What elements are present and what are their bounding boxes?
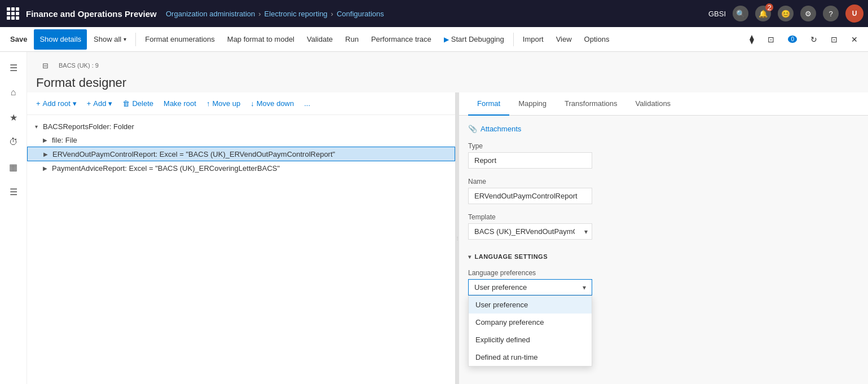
tree-panel: + Add root ▾ + Add ▾ 🗑 Delete Make root [27, 92, 456, 384]
tree-item[interactable]: ▾ BACSReportsFolder: Folder [27, 120, 455, 133]
show-details-button[interactable]: Show details [34, 29, 87, 50]
move-down-button[interactable]: ↓ Move down [246, 97, 298, 110]
language-pref-dropdown-container: User preference ▾ User preference Compan… [468, 279, 859, 295]
sidebar-item-recent[interactable]: ⏱ [2, 131, 25, 153]
language-settings-section[interactable]: ▾ LANGUAGE SETTINGS [468, 249, 859, 264]
sidebar-item-modules[interactable]: ☰ [2, 180, 25, 203]
sidebar-item-workspaces[interactable]: ▦ [2, 156, 25, 178]
make-root-button[interactable]: Make root [159, 97, 201, 110]
toolbar-right-icons: ⧫ ⊡ 0 ↻ ⊡ ✕ [744, 29, 863, 50]
waffle-menu-button[interactable] [5, 5, 21, 22]
template-select[interactable]: BACS (UK)_ERVendOutPaymC... [468, 223, 592, 240]
avatar[interactable]: U [845, 5, 863, 23]
show-all-button[interactable]: Show all ▾ [88, 29, 132, 50]
panel-content: 📎 Attachments Type Report Name Template [459, 116, 868, 314]
tab-mapping[interactable]: Mapping [509, 92, 556, 116]
page-title: Format designer [36, 76, 859, 90]
tree-expand-icon[interactable]: ▶ [41, 149, 50, 158]
more-button[interactable]: ... [299, 97, 315, 110]
top-navigation-bar: Finance and Operations Preview Organizat… [0, 0, 868, 27]
tree-expand-icon[interactable]: ▶ [41, 164, 50, 173]
user-code: GBSI [708, 10, 726, 18]
dropdown-arrow-icon: ▾ [583, 284, 586, 292]
start-debugging-button[interactable]: ▶ Start Debugging [438, 29, 510, 50]
import-button[interactable]: Import [517, 29, 549, 50]
settings-icon[interactable]: ⚙ [800, 6, 816, 21]
dropdown-option-explicitly-defined[interactable]: Explicitly defined [469, 331, 592, 348]
filter-icon[interactable]: ⊟ [36, 56, 54, 74]
validate-button[interactable]: Validate [301, 29, 338, 50]
language-pref-dropdown-trigger[interactable]: User preference ▾ [468, 279, 592, 295]
breadcrumb: Organization administration › Electronic… [166, 10, 384, 18]
tree-expand-icon[interactable]: ▾ [32, 122, 41, 131]
help-icon[interactable]: ? [823, 6, 839, 21]
attachments-button[interactable]: 📎 Attachments [468, 125, 521, 133]
tab-validations[interactable]: Validations [626, 92, 680, 116]
sidebar-item-home[interactable]: ⌂ [2, 81, 25, 104]
language-pref-group: Language preferences User preference ▾ U… [468, 269, 859, 295]
restore-icon[interactable]: ⊡ [825, 29, 843, 50]
name-field-group: Name [468, 178, 859, 204]
run-button[interactable]: Run [340, 29, 364, 50]
page-breadcrumb: BACS (UK) : 9 [59, 62, 99, 69]
breadcrumb-er[interactable]: Electronic reporting [265, 10, 328, 18]
breadcrumb-org[interactable]: Organization administration [166, 10, 255, 18]
section-collapse-icon: ▾ [468, 254, 472, 260]
close-icon[interactable]: ✕ [845, 29, 863, 50]
delete-button[interactable]: 🗑 Delete [118, 97, 158, 110]
notifications-icon[interactable]: 🔔 2 [755, 6, 771, 21]
sidebar-item-favorites[interactable]: ★ [2, 106, 25, 129]
notification-count-icon[interactable]: 0 [782, 29, 803, 50]
dropdown-option-company-preference[interactable]: Company preference [469, 314, 592, 331]
performance-trace-button[interactable]: Performance trace [365, 29, 437, 50]
tree-container: ▾ BACSReportsFolder: Folder ▶ file: File… [27, 115, 455, 384]
sidebar-item-menu[interactable]: ☰ [2, 56, 25, 79]
panel-tabs: Format Mapping Transformations Validatio… [459, 92, 868, 116]
open-new-window-icon[interactable]: ⊡ [762, 29, 780, 50]
right-panel: Format Mapping Transformations Validatio… [459, 92, 868, 384]
designer-layout: + Add root ▾ + Add ▾ 🗑 Delete Make root [27, 92, 868, 384]
toolbar-separator-1 [135, 33, 136, 46]
waffle-icon [7, 7, 19, 20]
action-toolbar: + Add root ▾ + Add ▾ 🗑 Delete Make root [27, 92, 455, 115]
add-root-button[interactable]: + Add root ▾ [32, 97, 81, 110]
name-input[interactable] [468, 188, 592, 204]
template-label: Template [468, 213, 859, 221]
type-label: Type [468, 142, 859, 150]
tree-expand-icon[interactable]: ▶ [41, 135, 50, 144]
tree-item[interactable]: ▶ file: File [27, 133, 455, 147]
left-sidebar: ☰ ⌂ ★ ⏱ ▦ ☰ [0, 52, 27, 384]
breadcrumb-config[interactable]: Configurations [337, 10, 384, 18]
search-icon[interactable]: 🔍 [733, 6, 748, 21]
personalize-icon[interactable]: ⧫ [744, 29, 760, 50]
refresh-icon[interactable]: ↻ [805, 29, 823, 50]
view-button[interactable]: View [550, 29, 578, 50]
content-area: ⊟ BACS (UK) : 9 Format designer + Add ro… [27, 52, 868, 384]
tab-transformations[interactable]: Transformations [556, 92, 626, 116]
language-pref-dropdown-menu: User preference Company preference Expli… [468, 295, 592, 367]
dropdown-option-defined-at-runtime[interactable]: Defined at run-time [469, 348, 592, 366]
map-format-button[interactable]: Map format to model [222, 29, 300, 50]
tree-item[interactable]: ▶ PaymentAdviceReport: Excel = "BACS (UK… [27, 161, 455, 175]
template-field-group: Template BACS (UK)_ERVendOutPaymC... ▾ [468, 213, 859, 240]
tab-format[interactable]: Format [468, 92, 509, 116]
save-button[interactable]: Save [5, 29, 33, 50]
format-enumerations-button[interactable]: Format enumerations [139, 29, 221, 50]
toolbar-separator-2 [513, 33, 514, 46]
main-toolbar: Save Show details Show all ▾ Format enum… [0, 27, 868, 52]
name-label: Name [468, 178, 859, 186]
page-header: ⊟ BACS (UK) : 9 Format designer [27, 52, 868, 92]
move-up-button[interactable]: ↑ Move up [202, 97, 245, 110]
tree-item-selected[interactable]: ▶ ERVendOutPaymControlReport: Excel = "B… [27, 147, 455, 161]
dropdown-option-user-preference[interactable]: User preference [469, 296, 592, 314]
app-title: Finance and Operations Preview [26, 9, 161, 19]
template-select-wrapper: BACS (UK)_ERVendOutPaymC... ▾ [468, 223, 592, 240]
type-field-group: Type Report [468, 142, 859, 169]
feedback-icon[interactable]: 😊 [778, 6, 794, 21]
options-button[interactable]: Options [579, 29, 615, 50]
type-value: Report [468, 152, 592, 169]
language-pref-label: Language preferences [468, 269, 859, 277]
main-layout: ☰ ⌂ ★ ⏱ ▦ ☰ ⊟ BACS (UK) : 9 Format desig… [0, 52, 868, 384]
top-bar-right: GBSI 🔍 🔔 2 😊 ⚙ ? U [708, 5, 863, 23]
add-button[interactable]: + Add ▾ [82, 97, 117, 110]
